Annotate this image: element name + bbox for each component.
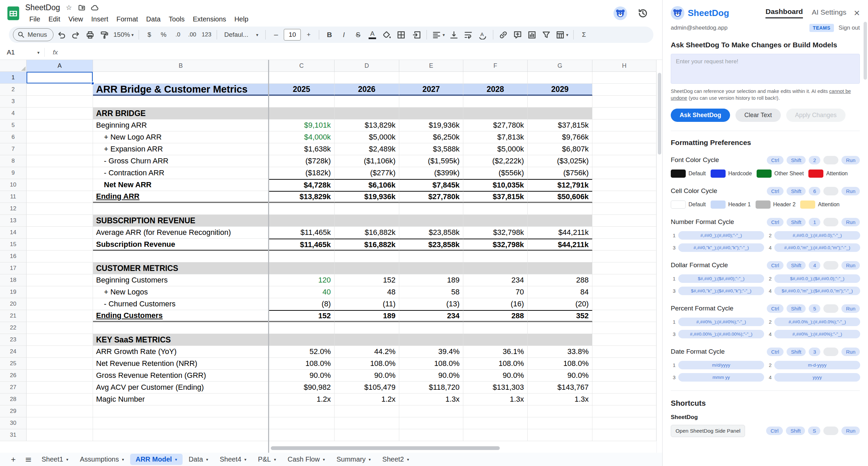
key-pill-shift[interactable]: Shift: [787, 156, 806, 164]
cell-G31[interactable]: [528, 429, 592, 441]
cell-F26[interactable]: 90.0%: [463, 370, 528, 382]
column-header-H[interactable]: H: [592, 60, 656, 72]
sheet-tab-p-l[interactable]: P&L▾: [252, 454, 281, 465]
cell-H23[interactable]: [592, 334, 656, 346]
sheet-tab-arr-model[interactable]: ARR Model▾: [130, 454, 183, 465]
cell-C19[interactable]: 40: [269, 286, 335, 298]
cell-B2[interactable]: ARR Bridge & Customer Metrics: [93, 84, 269, 96]
color-swatch[interactable]: [800, 200, 815, 209]
cell-D13[interactable]: [335, 215, 399, 227]
cell-C18[interactable]: 120: [269, 274, 335, 286]
cell-C22[interactable]: [269, 322, 335, 334]
tab-menu-caret[interactable]: ▾: [244, 457, 246, 462]
cell-E18[interactable]: 189: [399, 274, 463, 286]
cell-A27[interactable]: [27, 382, 93, 393]
cell-D11[interactable]: $19,936k: [335, 191, 399, 203]
key-pill-run[interactable]: Run: [841, 304, 860, 313]
cell-F11[interactable]: $37,815k: [463, 191, 528, 203]
cell-C13[interactable]: [269, 215, 335, 227]
cell-G10[interactable]: $12,791k: [528, 179, 592, 191]
cell-E31[interactable]: [399, 429, 463, 441]
row-header-14[interactable]: 14: [0, 227, 27, 239]
row-header-26[interactable]: 26: [0, 370, 27, 382]
key-pill-blank[interactable]: [823, 156, 838, 164]
cell-G28[interactable]: 1.3x: [528, 393, 592, 405]
row-header-12[interactable]: 12: [0, 203, 27, 215]
cell-D30[interactable]: [335, 417, 399, 429]
row-header-13[interactable]: 13: [0, 215, 27, 227]
menu-help[interactable]: Help: [230, 14, 252, 24]
key-pill-run[interactable]: Run: [841, 156, 860, 164]
table-views-button[interactable]: ▾: [554, 28, 570, 41]
cell-F13[interactable]: [463, 215, 528, 227]
cell-E21[interactable]: 234: [399, 310, 463, 322]
cell-G17[interactable]: [528, 262, 592, 274]
cell-C30[interactable]: [269, 417, 335, 429]
row-header-9[interactable]: 9: [0, 167, 27, 179]
sheet-tab-data[interactable]: Data▾: [183, 454, 214, 465]
cell-D17[interactable]: [335, 262, 399, 274]
cell-E27[interactable]: $118,720: [399, 382, 463, 393]
cell-C28[interactable]: 1.2x: [269, 393, 335, 405]
row-header-30[interactable]: 30: [0, 417, 27, 429]
format-percent-button[interactable]: %: [157, 28, 170, 41]
open-side-panel-button[interactable]: Open SheetDog Side Panel: [671, 425, 745, 437]
move-to-folder-icon[interactable]: [78, 3, 86, 12]
cell-H28[interactable]: [592, 393, 656, 405]
tab-ai-settings[interactable]: AI Settings: [812, 8, 847, 18]
cell-A10[interactable]: [27, 179, 93, 191]
undo-button[interactable]: [55, 28, 68, 41]
cell-F6[interactable]: $7,813k: [463, 131, 528, 143]
cell-A31[interactable]: [27, 429, 93, 441]
text-wrap-button[interactable]: [462, 28, 475, 41]
cell-H22[interactable]: [592, 322, 656, 334]
cell-E15[interactable]: $23,858k: [399, 239, 463, 251]
menu-view[interactable]: View: [64, 14, 87, 24]
cell-H20[interactable]: [592, 298, 656, 310]
cell-A25[interactable]: [27, 358, 93, 370]
panel-scrollbar-thumb[interactable]: [864, 22, 867, 80]
format-currency-button[interactable]: $: [143, 28, 156, 41]
menu-file[interactable]: File: [25, 14, 44, 24]
cell-H9[interactable]: [592, 167, 656, 179]
teams-badge[interactable]: TEAMS: [809, 24, 834, 32]
font-size-input[interactable]: 10: [284, 29, 301, 41]
cell-B3[interactable]: [93, 96, 269, 108]
row-header-3[interactable]: 3: [0, 96, 27, 108]
format-pill[interactable]: #,##0_);(#,##0);"-"_): [678, 231, 764, 240]
key-pill-run[interactable]: Run: [841, 427, 860, 435]
column-header-D[interactable]: D: [335, 60, 399, 72]
format-pill[interactable]: m-d-yyyy: [774, 361, 860, 369]
cell-A12[interactable]: [27, 203, 93, 215]
key-pill-blank[interactable]: [823, 187, 838, 195]
cell-F5[interactable]: $27,780k: [463, 119, 528, 131]
row-header-18[interactable]: 18: [0, 274, 27, 286]
create-filter-button[interactable]: [540, 28, 553, 41]
cell-D20[interactable]: (11): [335, 298, 399, 310]
key-pill-ctrl[interactable]: Ctrl: [767, 187, 784, 195]
cell-F3[interactable]: [463, 96, 528, 108]
cell-B12[interactable]: [93, 203, 269, 215]
cell-G8[interactable]: ($3,025k): [528, 155, 592, 167]
cell-H5[interactable]: [592, 119, 656, 131]
cell-G23[interactable]: [528, 334, 592, 346]
cell-B9[interactable]: - Contraction ARR: [93, 167, 269, 179]
decrease-decimal-button[interactable]: .0: [171, 28, 184, 41]
column-header-G[interactable]: G: [528, 60, 592, 72]
tab-menu-caret[interactable]: ▾: [369, 457, 371, 462]
cell-F4[interactable]: [463, 108, 528, 119]
cell-B29[interactable]: [93, 405, 269, 417]
cell-H18[interactable]: [592, 274, 656, 286]
cell-H19[interactable]: [592, 286, 656, 298]
text-color-button[interactable]: A: [366, 28, 379, 41]
row-header-6[interactable]: 6: [0, 131, 27, 143]
tab-menu-caret[interactable]: ▾: [122, 457, 124, 462]
cell-A14[interactable]: [27, 227, 93, 239]
key-pill-shift[interactable]: Shift: [787, 304, 806, 313]
sheet-tab-sheet2[interactable]: Sheet2▾: [377, 454, 414, 465]
cell-E10[interactable]: $7,845k: [399, 179, 463, 191]
cell-C5[interactable]: $9,101k: [269, 119, 335, 131]
cell-B18[interactable]: Beginning Customers: [93, 274, 269, 286]
cell-A1[interactable]: [27, 72, 93, 84]
cell-H31[interactable]: [592, 429, 656, 441]
